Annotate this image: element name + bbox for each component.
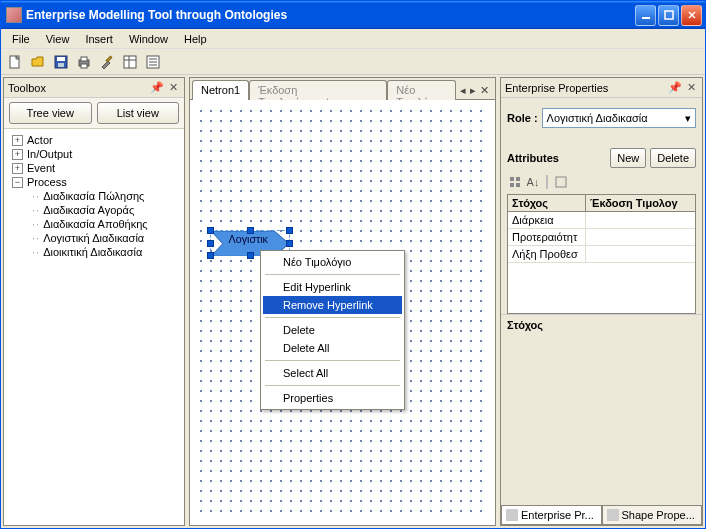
pin-icon[interactable]: 📌 [668, 81, 682, 95]
close-tab-icon[interactable]: ✕ [480, 84, 489, 97]
new-button[interactable]: New [610, 148, 646, 168]
separator [265, 385, 400, 386]
resize-handle[interactable] [247, 227, 254, 234]
window-title: Enterprise Modelling Tool through Ontolo… [26, 8, 635, 22]
tab-scroll-arrows: ◂▸✕ [456, 84, 493, 99]
context-menu-item[interactable]: Select All [263, 364, 402, 382]
toolbox-tree[interactable]: +Actor+In/Output+Event−ProcessΔιαδικασία… [4, 129, 184, 525]
canvas-panel: Netron1Έκδοση Τιμολογίου.netronΝέο Τιμολ… [189, 77, 496, 526]
attr-value[interactable] [586, 212, 594, 228]
menu-help[interactable]: Help [177, 31, 214, 47]
attributes-label: Attributes [507, 152, 606, 164]
tree-child[interactable]: Διαδικασία Πώλησης [6, 189, 182, 203]
pin-icon[interactable]: 📌 [150, 81, 164, 95]
close-button[interactable] [681, 5, 702, 26]
expand-icon[interactable]: + [12, 163, 23, 174]
context-menu: Νέο ΤιμολόγιοEdit HyperlinkRemove Hyperl… [260, 250, 405, 410]
separator [546, 175, 548, 189]
tree-child[interactable]: Διαδικασία Αγοράς [6, 203, 182, 217]
window-controls [635, 5, 702, 26]
separator [265, 317, 400, 318]
menu-insert[interactable]: Insert [78, 31, 120, 47]
table-head-key[interactable]: Στόχος [508, 195, 586, 211]
chevron-down-icon: ▾ [685, 112, 691, 125]
context-menu-item[interactable]: Properties [263, 389, 402, 407]
collapse-icon[interactable] [553, 174, 569, 190]
document-tab[interactable]: Έκδοση Τιμολογίου.netron [249, 80, 387, 100]
tree-child[interactable]: Διαδικασία Αποθήκης [6, 217, 182, 231]
tree-node[interactable]: −Process [6, 175, 182, 189]
sort-icon[interactable]: A↓ [525, 174, 541, 190]
attr-value[interactable] [586, 246, 594, 262]
menu-view[interactable]: View [39, 31, 77, 47]
categorize-icon[interactable] [507, 174, 523, 190]
svg-rect-1 [665, 11, 673, 19]
tree-node[interactable]: +Actor [6, 133, 182, 147]
resize-handle[interactable] [207, 240, 214, 247]
props-icon[interactable] [120, 52, 140, 72]
context-menu-item[interactable]: Νέο Τιμολόγιο [263, 253, 402, 271]
close-icon[interactable]: ✕ [684, 81, 698, 95]
expand-icon[interactable]: + [12, 135, 23, 146]
role-select[interactable]: Λογιστική Διαδικασία ▾ [542, 108, 696, 128]
table-row[interactable]: Διάρκεια [508, 212, 695, 229]
tree-child[interactable]: Λογιστική Διαδικασία [6, 231, 182, 245]
context-menu-item[interactable]: Delete All [263, 339, 402, 357]
tools-icon[interactable] [97, 52, 117, 72]
tree-child[interactable]: Διοικιτική Διαδικασία [6, 245, 182, 259]
resize-handle[interactable] [286, 227, 293, 234]
context-menu-item[interactable]: Edit Hyperlink [263, 278, 402, 296]
table-row[interactable]: Προτεραιότητ [508, 229, 695, 246]
toolbox-view-buttons: Tree view List view [4, 98, 184, 129]
print-icon[interactable] [74, 52, 94, 72]
table-head-value[interactable]: Έκδοση Τιμολογ [586, 195, 695, 211]
properties-panel: Enterprise Properties 📌 ✕ Role : Λογιστι… [500, 77, 703, 526]
table-row[interactable]: Λήξη Προθεσ [508, 246, 695, 263]
tree-node[interactable]: +Event [6, 161, 182, 175]
menu-window[interactable]: Window [122, 31, 175, 47]
tab-icon [506, 509, 518, 521]
attr-value[interactable] [586, 229, 594, 245]
svg-rect-22 [516, 183, 520, 187]
resize-handle[interactable] [286, 240, 293, 247]
svg-rect-12 [124, 56, 136, 68]
properties-bottom-tabs: Enterprise Pr... Shape Prope... [501, 505, 702, 525]
open-icon[interactable] [28, 52, 48, 72]
collapse-icon[interactable]: − [12, 177, 23, 188]
expand-icon[interactable]: + [12, 149, 23, 160]
toolbox-panel: Toolbox 📌 ✕ Tree view List view +Actor+I… [3, 77, 185, 526]
close-icon[interactable]: ✕ [166, 81, 180, 95]
scroll-right-icon[interactable]: ▸ [470, 84, 476, 97]
new-icon[interactable] [5, 52, 25, 72]
svg-rect-7 [58, 63, 64, 67]
tab-enterprise-properties[interactable]: Enterprise Pr... [501, 506, 602, 525]
list-icon[interactable] [143, 52, 163, 72]
resize-handle[interactable] [207, 227, 214, 234]
tab-icon [607, 509, 619, 521]
minimize-button[interactable] [635, 5, 656, 26]
canvas[interactable]: Λογιστικ Νέο ΤιμολόγιοEdit HyperlinkRemo… [190, 100, 495, 525]
role-label: Role : [507, 112, 538, 124]
delete-button[interactable]: Delete [650, 148, 696, 168]
tree-node-label: In/Output [27, 148, 72, 160]
app-icon [6, 7, 22, 23]
svg-rect-11 [106, 56, 112, 62]
document-tab[interactable]: Netron1 [192, 80, 249, 100]
scroll-left-icon[interactable]: ◂ [460, 84, 466, 97]
svg-rect-0 [642, 17, 650, 19]
tree-view-button[interactable]: Tree view [9, 102, 92, 124]
properties-body: Role : Λογιστική Διαδικασία ▾ Attributes… [501, 98, 702, 314]
save-icon[interactable] [51, 52, 71, 72]
context-menu-item[interactable]: Remove Hyperlink [263, 296, 402, 314]
resize-handle[interactable] [247, 252, 254, 259]
tree-node[interactable]: +In/Output [6, 147, 182, 161]
resize-handle[interactable] [207, 252, 214, 259]
titlebar[interactable]: Enterprise Modelling Tool through Ontolo… [1, 1, 705, 29]
list-view-button[interactable]: List view [97, 102, 180, 124]
svg-rect-6 [57, 57, 65, 61]
document-tab[interactable]: Νέο Τιμολό [387, 80, 456, 100]
maximize-button[interactable] [658, 5, 679, 26]
context-menu-item[interactable]: Delete [263, 321, 402, 339]
menu-file[interactable]: File [5, 31, 37, 47]
tab-shape-properties[interactable]: Shape Prope... [602, 506, 703, 525]
